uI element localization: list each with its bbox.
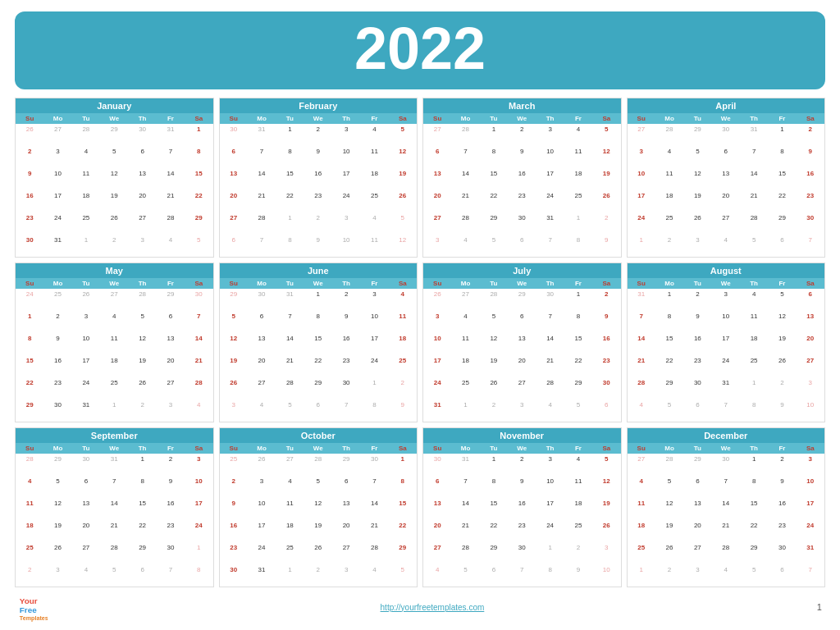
day-cell: 30	[16, 235, 43, 257]
day-cell: 11	[740, 311, 768, 333]
day-cell: 14	[360, 498, 388, 520]
day-cell: 18	[451, 355, 479, 377]
day-cell: 8	[564, 311, 592, 333]
day-cell: 19	[480, 355, 508, 377]
day-cell: 4	[72, 146, 100, 168]
day-cell: 21	[248, 190, 276, 212]
day-cell: 30	[72, 454, 100, 476]
day-cell: 11	[564, 146, 592, 168]
day-cell: 4	[389, 289, 417, 311]
day-cell: 7	[536, 311, 564, 333]
day-header-th: Th	[332, 443, 360, 454]
day-header-fr: Fr	[157, 113, 185, 124]
day-cell: 24	[43, 212, 71, 235]
day-cell: 13	[683, 498, 711, 520]
day-header-tu: Tu	[683, 278, 711, 289]
day-header-su: Su	[16, 113, 43, 124]
day-cell: 4	[360, 564, 388, 587]
day-cell: 15	[564, 333, 592, 355]
day-cell: 14	[276, 333, 304, 355]
day-cell: 2	[683, 289, 711, 311]
day-cell: 10	[43, 168, 71, 190]
day-cell: 2	[797, 124, 824, 146]
day-cell: 15	[16, 355, 43, 377]
day-cell: 28	[451, 542, 479, 564]
day-cell: 18	[72, 190, 100, 212]
day-cell: 10	[185, 476, 212, 498]
day-cell: 20	[128, 190, 156, 212]
day-cell: 7	[712, 476, 740, 498]
day-header-th: Th	[740, 443, 768, 454]
month-header-march: March	[423, 98, 621, 113]
day-cell: 2	[16, 564, 43, 587]
day-cell: 25	[389, 355, 417, 377]
day-cell: 12	[220, 333, 248, 355]
day-cell: 6	[797, 289, 824, 311]
day-cell: 11	[389, 311, 417, 333]
day-header-su: Su	[423, 278, 451, 289]
day-header-su: Su	[220, 278, 248, 289]
day-cell: 28	[16, 454, 43, 476]
day-header-we: We	[712, 113, 740, 124]
svg-text:Your: Your	[20, 596, 38, 605]
day-cell: 30	[360, 454, 388, 476]
day-header-su: Su	[423, 113, 451, 124]
day-cell: 8	[655, 311, 683, 333]
day-cell: 12	[389, 235, 417, 257]
day-cell: 29	[43, 454, 71, 476]
day-cell: 1	[185, 124, 212, 146]
day-header-fr: Fr	[768, 443, 796, 454]
page: 2022 JanuarySuMoTuWeThFrSa26272829303112…	[0, 0, 840, 630]
day-cell: 5	[768, 289, 796, 311]
day-cell: 25	[451, 377, 479, 399]
day-cell: 9	[768, 476, 796, 498]
day-cell: 18	[564, 498, 592, 520]
day-cell: 5	[564, 399, 592, 422]
day-cell: 31	[100, 454, 128, 476]
day-cell: 19	[592, 168, 620, 190]
day-cell: 6	[508, 235, 536, 257]
day-header-fr: Fr	[360, 113, 388, 124]
day-cell: 26	[592, 190, 620, 212]
day-cell: 24	[248, 542, 276, 564]
day-header-we: We	[304, 443, 332, 454]
day-cell: 10	[332, 146, 360, 168]
day-cell: 8	[276, 146, 304, 168]
month-header-june: June	[220, 263, 418, 278]
day-cell: 3	[797, 377, 824, 399]
day-cell: 4	[157, 235, 185, 257]
day-cell: 20	[248, 355, 276, 377]
day-cell: 20	[220, 190, 248, 212]
day-header-sa: Sa	[389, 278, 417, 289]
day-cell: 11	[628, 498, 655, 520]
day-cell: 29	[655, 377, 683, 399]
day-header-sa: Sa	[185, 113, 212, 124]
day-cell: 4	[655, 146, 683, 168]
day-cell: 22	[16, 377, 43, 399]
day-cell: 17	[628, 190, 655, 212]
day-header-we: We	[100, 113, 128, 124]
day-cell: 20	[423, 190, 451, 212]
day-header-tu: Tu	[480, 278, 508, 289]
day-cell: 28	[157, 212, 185, 235]
day-cell: 5	[389, 564, 417, 587]
day-cell: 6	[128, 564, 156, 587]
day-cell: 10	[712, 311, 740, 333]
day-cell: 22	[740, 520, 768, 542]
footer-url[interactable]: http://yourfreetemplates.com	[381, 603, 485, 612]
day-cell: 13	[157, 333, 185, 355]
day-header-fr: Fr	[157, 278, 185, 289]
day-cell: 20	[423, 520, 451, 542]
day-cell: 22	[768, 190, 796, 212]
day-cell: 13	[797, 311, 824, 333]
day-cell: 6	[248, 311, 276, 333]
day-header-sa: Sa	[797, 278, 824, 289]
day-cell: 5	[592, 124, 620, 146]
day-cell: 13	[423, 498, 451, 520]
day-cell: 10	[248, 498, 276, 520]
day-cell: 1	[185, 542, 212, 564]
day-header-su: Su	[628, 443, 655, 454]
day-cell: 8	[360, 399, 388, 422]
day-headers: SuMoTuWeThFrSa	[423, 443, 621, 454]
day-cell: 27	[628, 124, 655, 146]
